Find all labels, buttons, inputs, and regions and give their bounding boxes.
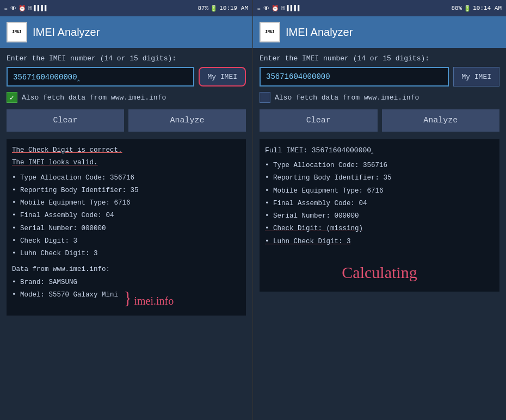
analyze-button-1[interactable]: Analyze [128,109,246,132]
imei-valid-result-1: The IMEI looks valid. [12,157,240,169]
battery-percent-2: 88% [451,5,462,11]
status-left-2: ✏ 👁 ⏰ H ▌▌▌▌ [257,5,301,12]
brace-annotation-1: } imei.info [122,289,174,310]
also-fetch-checkbox-1[interactable]: ✓ [7,92,17,103]
phone-2: ✏ 👁 ⏰ H ▌▌▌▌ 88% 🔋 10:14 AM IMEI IMEI An… [253,0,506,420]
cd-item-2: • Check Digit: (missing) [265,223,494,234]
alarm-icon-1: ⏰ [18,5,26,12]
rbi-item-2: • Reporting Body Identifier: 35 [265,172,494,184]
battery-icon-1: 🔋 [210,5,218,12]
sn-item-2: • Serial Number: 000000 [265,211,494,222]
full-imei-result-2: Full IMEI: 35671604000000‸ [265,145,494,157]
status-bar-2: ✏ 👁 ⏰ H ▌▌▌▌ 88% 🔋 10:14 AM [253,0,506,16]
battery-icon-2: 🔋 [464,5,471,12]
brand-item-1: • Brand: SAMSUNG [12,277,240,288]
annotation-imei-info-1: imei.info [134,292,174,310]
tac-item-1: • Type Allocation Code: 356716 [12,172,240,184]
results-list-2: • Type Allocation Code: 356716 • Reporti… [265,160,494,248]
rbi-item-1: • Reporting Body Identifier: 35 [12,185,240,196]
my-imei-button-2[interactable]: My IMEI [453,67,499,87]
also-fetch-checkbox-2[interactable] [260,92,270,103]
app-body-2: Enter the IMEI number (14 or 15 digits):… [253,48,506,420]
checkbox-row-1: ✓ Also fetch data from www.imei.info [7,92,246,103]
logo-text-1: IMEI [13,30,22,34]
lcd-item-2: • Luhn Check Digit: 3 [265,236,494,248]
app-title-1: IMEI Analyzer [33,26,100,39]
signal-bars-2: ▌▌▌▌ [287,5,301,11]
my-imei-button-1[interactable]: My IMEI [199,67,246,87]
time-2: 10:14 AM [473,5,502,11]
action-row-2: Clear Analyze [260,109,499,132]
action-row-1: Clear Analyze [7,109,246,132]
imei-info-section-1: Data from www.imei.info: • Brand: SAMSUN… [12,264,240,310]
check-digit-result-1: The Check Digit is correct. [12,145,240,156]
logo-text-2: IMEI [266,30,275,34]
input-row-2: My IMEI [260,67,499,87]
results-area-1: The Check Digit is correct. The IMEI loo… [7,139,246,316]
pencil-icon-2: ✏ [257,5,261,12]
status-right-1: 87% 🔋 10:19 AM [198,5,248,12]
model-item-1: • Model: S5570 Galaxy Mini [12,289,118,301]
app-title-2: IMEI Analyzer [286,26,353,39]
input-row-1: My IMEI [7,67,246,87]
app-body-1: Enter the IMEI number (14 or 15 digits):… [0,48,252,420]
status-left-1: ✏ 👁 ⏰ H ▌▌▌▌ [4,5,48,12]
lcd-item-1: • Luhn Check Digit: 3 [12,248,240,260]
also-fetch-label-2: Also fetch data from www.imei.info [275,94,419,102]
results-list-1: • Type Allocation Code: 356716 • Reporti… [12,172,240,260]
brace-icon-1: } [124,289,132,307]
imei-input-2[interactable] [260,67,449,87]
signal-h-2: H [281,5,285,11]
fac-item-1: • Final Assembly Code: 04 [12,210,240,221]
input-label-1: Enter the IMEI number (14 or 15 digits): [7,54,246,63]
tac-item-2: • Type Allocation Code: 356716 [265,160,494,171]
status-right-2: 88% 🔋 10:14 AM [451,5,502,12]
signal-bars-1: ▌▌▌▌ [34,5,48,11]
app-logo-2: IMEI [260,22,280,42]
cd-item-1: • Check Digit: 3 [12,236,240,247]
checkbox-row-2: Also fetch data from www.imei.info [260,92,499,103]
app-header-1: IMEI IMEI Analyzer [0,16,252,48]
signal-h-1: H [28,5,32,11]
met-item-2: • Mobile Equipment Type: 6716 [265,186,494,197]
calculating-annotation-2: Calculating [265,258,494,286]
imei-input-1[interactable] [7,67,194,87]
model-row-1: • Model: S5570 Galaxy Mini } imei.info [12,289,240,310]
imei-info-title-1: Data from www.imei.info: [12,264,240,275]
time-1: 10:19 AM [219,5,248,11]
clear-button-1[interactable]: Clear [7,109,124,132]
eye-icon-1: 👁 [10,5,16,12]
sn-item-1: • Serial Number: 000000 [12,223,240,234]
phone-1: ✏ 👁 ⏰ H ▌▌▌▌ 87% 🔋 10:19 AM IMEI IMEI An… [0,0,253,420]
battery-percent-1: 87% [198,5,208,11]
results-area-2: Full IMEI: 35671604000000‸ • Type Alloca… [260,139,499,292]
clear-button-2[interactable]: Clear [260,109,378,132]
fac-item-2: • Final Assembly Code: 04 [265,198,494,209]
status-bar-1: ✏ 👁 ⏰ H ▌▌▌▌ 87% 🔋 10:19 AM [0,0,252,16]
eye-icon-2: 👁 [263,5,269,12]
app-header-2: IMEI IMEI Analyzer [253,16,506,48]
alarm-icon-2: ⏰ [271,5,279,12]
pencil-icon-1: ✏ [4,5,8,12]
app-logo-1: IMEI [7,22,27,42]
also-fetch-label-1: Also fetch data from www.imei.info [22,94,166,102]
analyze-button-2[interactable]: Analyze [382,109,500,132]
calculating-text-2: Calculating [342,263,417,281]
met-item-1: • Mobile Equipment Type: 6716 [12,197,240,209]
input-label-2: Enter the IMEI number (14 or 15 digits): [260,54,499,63]
